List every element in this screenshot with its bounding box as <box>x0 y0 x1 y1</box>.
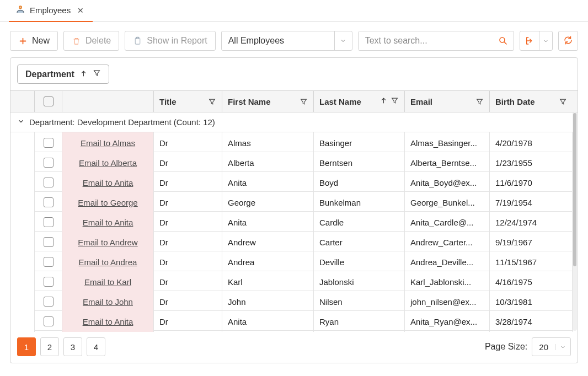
header-firstname-label: First Name <box>228 97 300 106</box>
table-row[interactable]: Email to Karl Dr Karl Jablonski Karl_Jab… <box>10 271 573 291</box>
row-checkbox[interactable] <box>35 132 62 153</box>
row-checkbox[interactable] <box>35 152 62 173</box>
chevron-down-icon[interactable] <box>334 31 352 50</box>
table-row[interactable]: Email to George Dr George Bunkelman Geor… <box>10 192 573 212</box>
filter-icon[interactable] <box>300 98 308 106</box>
cell-firstname: Anita <box>222 172 314 193</box>
row-checkbox[interactable] <box>35 291 62 312</box>
table-row[interactable]: Email to Anita Dr Anita Cardle Anita_Car… <box>10 212 573 232</box>
email-link[interactable]: Email to Karl <box>84 277 131 287</box>
chevron-down-icon[interactable] <box>539 31 552 50</box>
table-row[interactable]: Email to Alberta Dr Alberta Berntsen Alb… <box>10 152 573 172</box>
group-row-development[interactable]: Department: Development Department (Coun… <box>10 112 573 132</box>
employee-grid: Department Title First Name <box>10 57 578 363</box>
checkbox-icon[interactable] <box>44 96 54 106</box>
email-link[interactable]: Email to Anita <box>83 317 133 326</box>
page-button-2[interactable]: 2 <box>40 337 59 356</box>
filter-icon[interactable] <box>208 98 216 106</box>
page-button-1[interactable]: 1 <box>17 337 36 356</box>
header-title[interactable]: Title <box>154 91 222 112</box>
table-row[interactable]: Email to Andrew Dr Andrew Carter Andrew_… <box>10 232 573 251</box>
email-link[interactable]: Email to Anita <box>83 178 133 187</box>
table-row[interactable]: Email to Almas Dr Almas Basinger Almas_B… <box>10 132 573 152</box>
email-link[interactable]: Email to John <box>83 297 133 307</box>
scrollbar-vertical[interactable] <box>573 112 577 331</box>
cell-email: George_Bunkel... <box>405 192 490 213</box>
checkbox-icon[interactable] <box>44 277 54 287</box>
group-chip-department[interactable]: Department <box>17 65 109 84</box>
group-panel[interactable]: Department <box>10 58 578 91</box>
cell-lastname: Deville <box>314 251 405 272</box>
show-report-button[interactable]: Show in Report <box>125 31 215 51</box>
filter-icon[interactable] <box>559 98 567 106</box>
email-link[interactable]: Email to Anita <box>83 218 133 227</box>
chevron-down-icon[interactable] <box>555 344 570 350</box>
row-checkbox[interactable] <box>35 172 62 193</box>
cell-lastname: Cardle <box>314 212 405 233</box>
group-row-label: Department: Development Department (Coun… <box>29 117 215 127</box>
checkbox-icon[interactable] <box>44 316 54 326</box>
checkbox-icon[interactable] <box>44 237 54 247</box>
checkbox-icon[interactable] <box>44 197 54 207</box>
cell-title: Dr <box>154 212 222 233</box>
sort-asc-icon[interactable] <box>80 69 87 79</box>
page-size-select[interactable]: 20 <box>532 337 571 356</box>
checkbox-icon[interactable] <box>44 297 54 307</box>
header-birthdate[interactable]: Birth Date <box>490 91 573 112</box>
user-icon <box>15 4 25 16</box>
cell-email: Andrea_Deville... <box>405 251 490 272</box>
cell-title: Dr <box>154 192 222 213</box>
header-lastname[interactable]: Last Name <box>314 91 405 112</box>
delete-button[interactable]: Delete <box>63 31 119 51</box>
cell-email: Anita_Boyd@ex... <box>405 172 490 193</box>
table-row[interactable]: Email to Anita Dr Anita Ryan Anita_Ryan@… <box>10 311 573 331</box>
search-icon[interactable] <box>493 36 514 46</box>
row-indent <box>10 232 35 253</box>
header-firstname[interactable]: First Name <box>222 91 314 112</box>
email-link[interactable]: Email to George <box>78 198 137 207</box>
filter-icon[interactable] <box>93 69 101 79</box>
row-checkbox[interactable] <box>35 212 62 233</box>
row-indent <box>10 291 35 312</box>
chevron-down-icon[interactable] <box>17 117 25 127</box>
email-link[interactable]: Email to Alberta <box>79 158 137 168</box>
export-icon[interactable] <box>520 31 539 50</box>
checkbox-icon[interactable] <box>44 178 54 187</box>
cell-birthdate: 11/15/1967 <box>490 251 573 272</box>
page-button-4[interactable]: 4 <box>87 337 105 356</box>
table-row[interactable]: Email to Anita Dr Anita Boyd Anita_Boyd@… <box>10 172 573 192</box>
row-checkbox[interactable] <box>35 251 62 272</box>
filter-icon[interactable] <box>391 96 399 106</box>
row-checkbox[interactable] <box>35 311 62 332</box>
cell-lastname: Bunkelman <box>314 192 405 213</box>
sort-asc-icon[interactable] <box>380 96 387 106</box>
row-checkbox[interactable] <box>35 232 62 253</box>
table-row[interactable]: Email to John Dr John Nilsen john_nilsen… <box>10 291 573 311</box>
scrollbar-thumb[interactable] <box>573 113 576 266</box>
close-icon[interactable]: ✕ <box>75 6 86 15</box>
new-button[interactable]: New <box>10 31 58 51</box>
row-checkbox[interactable] <box>35 271 62 292</box>
checkbox-icon[interactable] <box>44 158 54 168</box>
tab-employees[interactable]: Employees ✕ <box>9 0 93 22</box>
email-link[interactable]: Email to Almas <box>81 138 135 148</box>
header-expander <box>10 91 35 112</box>
view-select[interactable]: All Employees <box>221 31 352 51</box>
table-row[interactable]: Email to Andrea Dr Andrea Deville Andrea… <box>10 251 573 271</box>
row-checkbox[interactable] <box>35 192 62 213</box>
cell-title: Dr <box>154 271 222 292</box>
header-emaillink[interactable] <box>62 91 154 112</box>
header-checkbox[interactable] <box>35 91 62 112</box>
header-email[interactable]: Email <box>405 91 490 112</box>
checkbox-icon[interactable] <box>44 217 54 227</box>
email-link[interactable]: Email to Andrea <box>79 257 137 267</box>
search-input[interactable] <box>359 31 493 50</box>
filter-icon[interactable] <box>475 98 484 106</box>
checkbox-icon[interactable] <box>44 257 54 267</box>
page-button-3[interactable]: 3 <box>63 337 82 356</box>
cell-email: Almas_Basinger... <box>405 132 490 153</box>
cell-title: Dr <box>154 232 222 253</box>
checkbox-icon[interactable] <box>44 138 54 148</box>
email-link[interactable]: Email to Andrew <box>78 238 137 247</box>
refresh-button[interactable] <box>558 31 578 51</box>
